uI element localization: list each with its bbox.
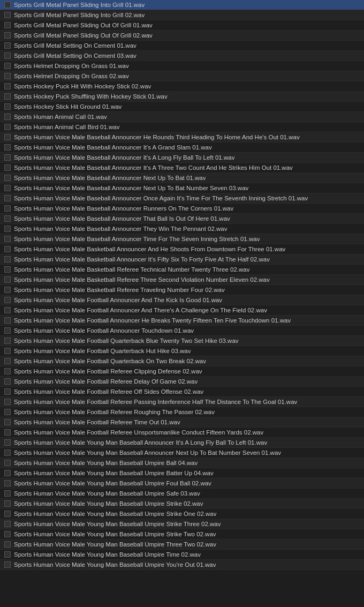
file-checkbox[interactable] [4,307,11,313]
list-item[interactable]: Sports Human Voice Male Baseball Announc… [0,132,364,143]
list-item[interactable]: Sports Human Voice Male Young Man Baseba… [0,489,364,499]
file-checkbox[interactable] [4,327,11,334]
file-checkbox[interactable] [4,185,11,191]
file-checkbox[interactable] [4,388,11,395]
list-item[interactable]: Sports Human Voice Male Football Quarter… [0,336,364,346]
list-item[interactable]: Sports Human Voice Male Football Quarter… [0,356,364,366]
list-item[interactable]: Sports Grill Metal Panel Sliding Into Gr… [0,0,364,10]
file-checkbox[interactable] [4,53,11,59]
list-item[interactable]: Sports Hockey Stick Hit Ground 01.wav [0,102,364,112]
list-item[interactable]: Sports Human Voice Male Basketball Refer… [0,275,364,285]
file-checkbox[interactable] [4,256,11,263]
file-checkbox[interactable] [4,368,11,374]
file-checkbox[interactable] [4,134,11,140]
file-checkbox[interactable] [4,500,11,507]
file-checkbox[interactable] [4,480,11,486]
list-item[interactable]: Sports Hockey Puck Shuffling With Hockey… [0,92,364,102]
list-item[interactable]: Sports Human Voice Male Football Referee… [0,417,364,428]
list-item[interactable]: Sports Helmet Dropping On Grass 01.wav [0,61,364,71]
list-item[interactable]: Sports Grill Metal Panel Sliding Out Of … [0,20,364,31]
list-item[interactable]: Sports Human Voice Male Basketball Refer… [0,265,364,275]
list-item[interactable]: Sports Hockey Puck Hit With Hockey Stick… [0,81,364,92]
list-item[interactable]: Sports Human Voice Male Young Man Baseba… [0,529,364,539]
list-item[interactable]: Sports Human Voice Male Young Man Baseba… [0,509,364,519]
list-item[interactable]: Sports Human Voice Male Football Quarter… [0,346,364,356]
file-checkbox[interactable] [4,195,11,201]
list-item[interactable]: Sports Human Voice Male Baseball Announc… [0,214,364,224]
list-item[interactable]: Sports Human Voice Male Basketball Refer… [0,285,364,295]
file-checkbox[interactable] [4,205,11,212]
file-checkbox[interactable] [4,266,11,273]
file-checkbox[interactable] [4,236,11,242]
file-checkbox[interactable] [4,83,11,89]
file-checkbox[interactable] [4,73,11,79]
file-checkbox[interactable] [4,22,11,28]
file-checkbox[interactable] [4,449,11,456]
file-checkbox[interactable] [4,2,11,8]
list-item[interactable]: Sports Human Voice Male Young Man Baseba… [0,478,364,489]
file-checkbox[interactable] [4,276,11,283]
file-checkbox[interactable] [4,32,11,39]
file-checkbox[interactable] [4,338,11,344]
list-item[interactable]: Sports Human Voice Male Baseball Announc… [0,183,364,193]
list-item[interactable]: Sports Grill Metal Panel Sliding Into Gr… [0,10,364,20]
file-checkbox[interactable] [4,63,11,69]
list-item[interactable]: Sports Human Voice Male Young Man Baseba… [0,468,364,478]
list-item[interactable]: Sports Human Voice Male Baseball Announc… [0,193,364,204]
file-checkbox[interactable] [4,297,11,303]
list-item[interactable]: Sports Human Voice Male Football Announc… [0,305,364,316]
file-checkbox[interactable] [4,551,11,558]
file-checkbox[interactable] [4,439,11,446]
file-checkbox[interactable] [4,226,11,232]
file-checkbox[interactable] [4,246,11,252]
list-item[interactable]: Sports Human Voice Male Baseball Announc… [0,163,364,173]
list-item[interactable]: Sports Human Voice Male Basketball Annou… [0,254,364,265]
file-checkbox[interactable] [4,144,11,151]
file-checkbox[interactable] [4,93,11,100]
file-checkbox[interactable] [4,154,11,161]
file-checkbox[interactable] [4,521,11,527]
file-checkbox[interactable] [4,164,11,171]
list-item[interactable]: Sports Human Voice Male Young Man Baseba… [0,560,364,570]
list-item[interactable]: Sports Human Voice Male Football Referee… [0,407,364,417]
list-item[interactable]: Sports Human Voice Male Baseball Announc… [0,234,364,244]
list-item[interactable]: Sports Human Voice Male Basketball Annou… [0,244,364,254]
list-item[interactable]: Sports Human Voice Male Baseball Announc… [0,204,364,214]
file-checkbox[interactable] [4,511,11,517]
file-checkbox[interactable] [4,42,11,49]
list-item[interactable]: Sports Human Voice Male Football Announc… [0,316,364,326]
file-checkbox[interactable] [4,103,11,110]
list-item[interactable]: Sports Human Voice Male Baseball Announc… [0,173,364,183]
list-item[interactable]: Sports Human Voice Male Football Announc… [0,326,364,336]
file-checkbox[interactable] [4,348,11,354]
file-checkbox[interactable] [4,124,11,130]
list-item[interactable]: Sports Grill Metal Panel Sliding Out Of … [0,31,364,41]
file-checkbox[interactable] [4,114,11,120]
file-checkbox[interactable] [4,470,11,476]
list-item[interactable]: Sports Human Voice Male Baseball Announc… [0,224,364,234]
file-checkbox[interactable] [4,215,11,222]
list-item[interactable]: Sports Human Voice Male Young Man Baseba… [0,539,364,550]
file-checkbox[interactable] [4,429,11,436]
file-checkbox[interactable] [4,531,11,537]
file-checkbox[interactable] [4,561,11,568]
list-item[interactable]: Sports Human Voice Male Young Man Baseba… [0,458,364,468]
list-item[interactable]: Sports Human Animal Call 01.wav [0,112,364,122]
file-checkbox[interactable] [4,12,11,18]
list-item[interactable]: Sports Human Voice Male Football Referee… [0,397,364,407]
file-checkbox[interactable] [4,358,11,364]
file-checkbox[interactable] [4,399,11,405]
list-item[interactable]: Sports Grill Metal Setting On Cement 01.… [0,41,364,51]
file-checkbox[interactable] [4,490,11,497]
file-checkbox[interactable] [4,541,11,548]
file-checkbox[interactable] [4,419,11,425]
list-item[interactable]: Sports Helmet Dropping On Grass 02.wav [0,71,364,81]
file-checkbox[interactable] [4,317,11,324]
file-checkbox[interactable] [4,287,11,293]
list-item[interactable]: Sports Human Voice Male Football Referee… [0,387,364,397]
list-item[interactable]: Sports Human Voice Male Football Referee… [0,428,364,438]
list-item[interactable]: Sports Human Voice Male Football Referee… [0,377,364,387]
list-item[interactable]: Sports Human Voice Male Young Man Baseba… [0,519,364,529]
list-item[interactable]: Sports Grill Metal Setting On Cement 03.… [0,51,364,61]
list-item[interactable]: Sports Human Voice Male Young Man Baseba… [0,438,364,448]
